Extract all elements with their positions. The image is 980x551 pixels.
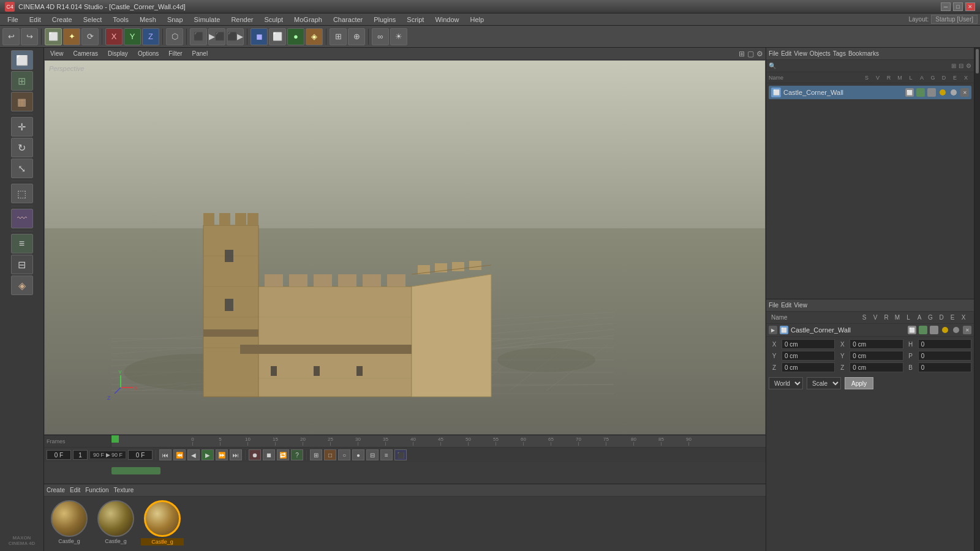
menu-render[interactable]: Render bbox=[226, 15, 258, 24]
viewport-canvas[interactable]: X Y Z Perspective bbox=[44, 60, 766, 435]
coord-object-expand[interactable]: ▶ bbox=[769, 326, 777, 334]
material-item-2[interactable]: Castle_g bbox=[141, 500, 184, 545]
rotate-button[interactable]: ⟳ bbox=[81, 28, 99, 45]
mode-btn4[interactable]: ● bbox=[352, 449, 364, 460]
obj-menu-tags[interactable]: Tags bbox=[833, 50, 846, 57]
material-item-0[interactable]: Castle_g bbox=[48, 500, 91, 544]
z-position-input[interactable] bbox=[782, 362, 835, 372]
window-controls[interactable]: ─ □ ✕ bbox=[941, 2, 975, 11]
y-position-input[interactable] bbox=[782, 351, 835, 361]
menu-help[interactable]: Help bbox=[466, 15, 489, 24]
start-frame-input[interactable] bbox=[47, 450, 71, 460]
menu-character[interactable]: Character bbox=[328, 15, 368, 24]
help-button[interactable]: ? bbox=[291, 449, 303, 460]
h-input[interactable] bbox=[918, 339, 971, 349]
menu-select[interactable]: Select bbox=[78, 15, 107, 24]
scale-tool-button[interactable]: ⤡ bbox=[11, 159, 33, 178]
phong-button[interactable]: ● bbox=[287, 28, 304, 45]
x-position-input[interactable] bbox=[782, 339, 835, 349]
vp-settings-icon[interactable]: ⚙ bbox=[756, 50, 763, 58]
coord-menu-file[interactable]: File bbox=[769, 302, 778, 309]
loop-button[interactable]: 🔁 bbox=[277, 449, 289, 460]
x-axis-button[interactable]: X bbox=[105, 28, 123, 45]
menu-mograph[interactable]: MoGraph bbox=[289, 15, 327, 24]
layer-tool-button[interactable]: ≡ bbox=[11, 234, 33, 253]
timeline-content[interactable] bbox=[44, 462, 766, 484]
redo-button[interactable]: ↪ bbox=[21, 28, 38, 45]
obj-icon-1[interactable]: ⊞ bbox=[951, 62, 956, 69]
play-button[interactable]: ▶ bbox=[202, 449, 214, 460]
mode-btn5[interactable]: ⊟ bbox=[366, 449, 379, 460]
z-size-input[interactable] bbox=[850, 362, 903, 372]
world-coord-button[interactable]: ⊕ bbox=[348, 28, 365, 45]
vp-menu-panel[interactable]: Panel bbox=[189, 50, 212, 57]
menu-plugins[interactable]: Plugins bbox=[369, 15, 401, 24]
vp-menu-cameras[interactable]: Cameras bbox=[70, 50, 102, 57]
minimize-button[interactable]: ─ bbox=[941, 2, 951, 11]
wireframe-button[interactable]: ⬜ bbox=[269, 28, 286, 45]
apply-button[interactable]: Apply bbox=[845, 377, 873, 389]
maximize-button[interactable]: □ bbox=[953, 2, 963, 11]
mode-btn7[interactable]: ⬛ bbox=[394, 449, 407, 460]
obj-status-2[interactable] bbox=[916, 88, 925, 97]
menu-snap[interactable]: Snap bbox=[162, 15, 188, 24]
obj-status-1[interactable]: ⬜ bbox=[905, 88, 914, 97]
go-end-button[interactable]: ⏭ bbox=[230, 449, 242, 460]
keyframe-button[interactable]: ⬛ bbox=[190, 28, 207, 45]
obj-icon-3[interactable]: ⚙ bbox=[966, 62, 971, 69]
layer-tool2-button[interactable]: ⊟ bbox=[11, 255, 33, 274]
menu-file[interactable]: File bbox=[2, 15, 23, 24]
animation-btn2[interactable]: ▶⬛ bbox=[208, 28, 225, 45]
layer-tool3-button[interactable]: ◈ bbox=[11, 276, 33, 295]
sculpt-tool-button[interactable]: 〰 bbox=[11, 209, 33, 228]
obj-status-3[interactable] bbox=[927, 88, 936, 97]
scale-button[interactable]: ✦ bbox=[63, 28, 80, 45]
rotate-tool-button[interactable]: ↻ bbox=[11, 138, 33, 157]
obj-menu-bookmarks[interactable]: Bookmarks bbox=[848, 50, 879, 57]
vp-menu-filter[interactable]: Filter bbox=[165, 50, 186, 57]
mode-btn2[interactable]: □ bbox=[324, 449, 336, 460]
right-scrollbar[interactable] bbox=[974, 48, 980, 551]
mat-menu-texture[interactable]: Texture bbox=[114, 487, 134, 493]
animation-btn3[interactable]: ⬛▶ bbox=[227, 28, 244, 45]
snap-button[interactable]: ⊞ bbox=[330, 28, 347, 45]
obj-icon-2[interactable]: ⊟ bbox=[959, 62, 963, 69]
mat-menu-edit[interactable]: Edit bbox=[70, 487, 80, 493]
vp-menu-display[interactable]: Display bbox=[104, 50, 132, 57]
menu-simulate[interactable]: Simulate bbox=[189, 15, 225, 24]
light-button[interactable]: ☀ bbox=[390, 28, 407, 45]
world-space-select[interactable]: World bbox=[769, 377, 803, 389]
viewport-icon1[interactable]: ⬜ bbox=[11, 50, 33, 70]
shading-button[interactable]: ◼ bbox=[251, 28, 268, 45]
play-reverse-button[interactable]: ◀ bbox=[187, 449, 200, 460]
z-axis-button[interactable]: Z bbox=[142, 28, 159, 45]
menu-window[interactable]: Window bbox=[430, 15, 464, 24]
go-start-button[interactable]: ⏮ bbox=[159, 449, 172, 460]
obj-menu-objects[interactable]: Objects bbox=[810, 50, 831, 57]
select-tool-button[interactable]: ⬚ bbox=[11, 184, 33, 203]
menu-script[interactable]: Script bbox=[402, 15, 429, 24]
coord-dot-1[interactable] bbox=[942, 327, 948, 333]
record-button[interactable]: ⏺ bbox=[249, 449, 261, 460]
menu-mesh[interactable]: Mesh bbox=[135, 15, 161, 24]
fps-input[interactable] bbox=[73, 450, 88, 460]
scene-object-item[interactable]: ⬜ Castle_Corner_Wall ⬜ ✕ bbox=[769, 86, 971, 99]
undo-button[interactable]: ↩ bbox=[2, 28, 20, 45]
mat-menu-function[interactable]: Function bbox=[85, 487, 108, 493]
coord-menu-edit[interactable]: Edit bbox=[781, 302, 791, 309]
coord-menu-view[interactable]: View bbox=[794, 302, 807, 309]
close-button[interactable]: ✕ bbox=[965, 2, 975, 11]
y-axis-button[interactable]: Y bbox=[124, 28, 141, 45]
obj-dot-badge2[interactable] bbox=[951, 89, 957, 96]
vp-maximize-icon[interactable]: ▢ bbox=[747, 50, 754, 58]
viewport-icon3[interactable]: ▦ bbox=[11, 92, 33, 111]
scale-select[interactable]: Scale bbox=[807, 377, 841, 389]
y-size-input[interactable] bbox=[850, 351, 903, 361]
coord-dot-2[interactable] bbox=[953, 327, 959, 333]
obj-menu-edit[interactable]: Edit bbox=[781, 50, 791, 57]
next-frame-button[interactable]: ⏩ bbox=[216, 449, 228, 460]
mat-menu-create[interactable]: Create bbox=[47, 487, 65, 493]
obj-dot-badge[interactable] bbox=[940, 89, 946, 96]
menu-sculpt[interactable]: Sculpt bbox=[259, 15, 288, 24]
mode-btn6[interactable]: ≡ bbox=[380, 449, 393, 460]
